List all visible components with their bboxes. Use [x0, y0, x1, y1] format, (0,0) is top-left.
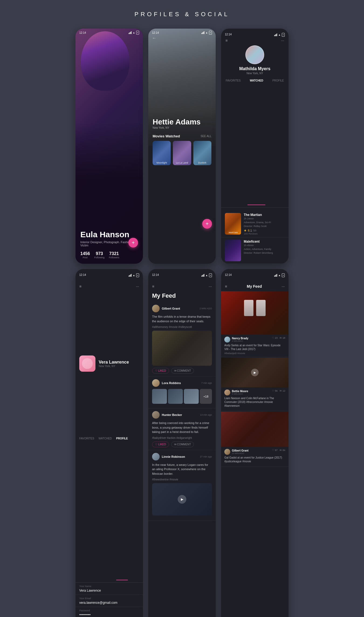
- eula-name: Eula Hanson: [80, 230, 138, 239]
- movie-thumb-label-moonlight: Moonlight: [153, 161, 171, 164]
- signal-icon-6: [274, 274, 277, 277]
- movie-thumb-dunkirk[interactable]: Dunkirk: [193, 141, 211, 165]
- play-button-commuter[interactable]: ▶: [251, 369, 259, 376]
- dots-icon-vera[interactable]: ···: [136, 284, 139, 289]
- dots-icon-mathilda[interactable]: ···: [281, 38, 284, 43]
- movie-item-martian[interactable]: :MARTIAN The Martian 2h 24min Adventure,…: [221, 211, 289, 238]
- tab-vera-favorites[interactable]: FAVORITES: [79, 437, 94, 580]
- nancy-post-header: Nancy Brady 2 MIN AGO ♡ 23 ✉ 18: [224, 337, 285, 343]
- movie-thumb-moonlight[interactable]: Moonlight: [153, 141, 171, 165]
- like-button-1[interactable]: ♡ LIKED: [152, 368, 169, 374]
- feed-visual-post-3: Gilbert Grant 13 MIN AGO ♡ 97 ✉ 84 Gal G…: [221, 412, 289, 467]
- see-all-button[interactable]: SEE ALL: [201, 135, 211, 138]
- post-big-image-4: ▶: [152, 483, 212, 516]
- post-header-1: Gilbert Grant 2 MIN AGO: [152, 305, 212, 312]
- feed-post-1: Gilbert Grant 2 MIN AGO The film unfolds…: [148, 302, 216, 377]
- post-image-1: [152, 331, 212, 366]
- status-time-2: 12:14: [152, 31, 159, 34]
- feed-post-3: Hunter Becker 13 min ago After being coe…: [148, 408, 216, 450]
- wifi-icon-2: ▲: [205, 31, 208, 34]
- post-tags-1: #allthemoney #movie #ridleyscott: [152, 326, 212, 328]
- vera-profile: Vera Lawrence New York, NY: [75, 291, 143, 437]
- user-name-linnie: Linnie Robinson: [162, 455, 185, 458]
- battery-icon-3: ▪: [282, 33, 285, 37]
- status-bar-2: 12:14 ▲ ▪: [148, 29, 216, 36]
- nancy-time: 2 MIN AGO: [232, 340, 248, 342]
- tab-vera-watched[interactable]: WATCHED: [98, 437, 112, 580]
- comment-button-1[interactable]: ✉ COMMENT: [171, 368, 194, 374]
- vera-name: Vera Lawrence: [99, 360, 129, 365]
- hamburger-icon-mathilda[interactable]: ≡: [225, 38, 228, 43]
- field-name: Your Name Vera Lawrence: [75, 583, 143, 595]
- post-img-more[interactable]: +18: [200, 389, 212, 404]
- gilbert2-time: 13 MIN AGO: [232, 452, 249, 455]
- post-user-1: Gilbert Grant: [152, 305, 180, 312]
- stat-followers: 7321 Followers: [109, 251, 119, 259]
- movie-item-maleficent[interactable]: Maleficent 1h 45min Action, Adventure, F…: [221, 238, 289, 264]
- bettie-name-area: Bettie Moore 6 MIN AGO: [232, 390, 248, 395]
- movie-thumb-laland[interactable]: La La Land: [173, 141, 191, 165]
- hamburger-icon-6[interactable]: ≡: [225, 284, 227, 289]
- battery-icon-5: ▪: [209, 273, 212, 277]
- martian-info: The Martian 2h 24min Adventure, Drama, S…: [244, 213, 285, 235]
- tab-favorites[interactable]: FAVORITES: [224, 78, 243, 205]
- field-name-label: Your Name: [79, 585, 139, 588]
- field-name-value[interactable]: Vera Lawrence: [79, 589, 139, 592]
- field-email-value[interactable]: vera.lawrence@gmail.com: [79, 601, 139, 605]
- field-password-value[interactable]: ••••••••••: [79, 613, 139, 617]
- status-icons-6: ▲ ▪: [274, 273, 285, 277]
- bettie-stats: ♡ 56 ✉ 12: [272, 389, 285, 395]
- nancy-post-section: Nancy Brady 2 MIN AGO ♡ 23 ✉ 18 Andy Ser…: [221, 334, 289, 357]
- post-tags-4: #thewolverine #movie: [152, 478, 212, 481]
- feed-visual-post-1: Nancy Brady 2 MIN AGO ♡ 23 ✉ 18 Andy Ser…: [221, 291, 289, 357]
- hamburger-icon-feed[interactable]: ≡: [152, 284, 154, 289]
- hettie-location: New York, NY: [153, 126, 201, 129]
- gilbert2-user: Gilbert Grant 13 MIN AGO: [224, 449, 249, 455]
- tab-vera-profile[interactable]: PROFILE: [116, 437, 128, 580]
- gilbert2-stats: ♡ 97 ✉ 84: [272, 449, 285, 455]
- field-email: Your Email vera.lawrence@gmail.com: [75, 595, 143, 607]
- gilbert2-post-header: Gilbert Grant 13 MIN AGO ♡ 97 ✉ 84: [224, 449, 285, 455]
- maleficent-duration: 1h 45min: [244, 244, 285, 247]
- fab-button-eula[interactable]: +: [128, 238, 138, 248]
- post-time-2: 7 min ago: [201, 382, 212, 384]
- status-time-5: 12:14: [152, 273, 159, 277]
- post-img-2: [168, 389, 183, 404]
- tab-watched[interactable]: WATCHED: [248, 78, 265, 205]
- gilbert2-name: Gilbert Grant: [232, 449, 249, 452]
- post-text-1: The film unfolds in a tense drama that k…: [152, 314, 212, 323]
- wifi-icon-5: ▲: [205, 274, 208, 277]
- avatar-lora: [152, 379, 160, 387]
- post-img-1: [152, 389, 167, 404]
- avatar-gilbert: [152, 305, 160, 312]
- maleficent-title: Maleficent: [244, 240, 285, 243]
- dots-icon-6[interactable]: ···: [281, 284, 285, 289]
- stat-followers-num: 7321: [109, 251, 119, 256]
- stat-followers-label: Followers: [109, 256, 119, 259]
- hamburger-icon-vera[interactable]: ≡: [79, 284, 81, 289]
- like-button-3[interactable]: ♡ LIKED: [152, 442, 169, 447]
- nancy-avatar: [224, 337, 230, 343]
- movies-section: Movies Watched SEE ALL Moonlight La La L…: [148, 134, 216, 264]
- nancy-comments: ✉ 18: [280, 337, 285, 343]
- mathilda-avatar-area: Mathilda Myers New York, NY: [221, 45, 289, 78]
- stormtroopers-image: [221, 291, 289, 334]
- play-button-4[interactable]: ▶: [178, 495, 186, 504]
- status-icons-3: ▲ ▪: [274, 33, 285, 37]
- martian-poster: :MARTIAN: [225, 213, 241, 235]
- maleficent-poster: [225, 240, 241, 261]
- post-tags-3: #babydriver #action #edgarwright: [152, 436, 212, 439]
- martian-director: Director: Ridley Scott: [244, 225, 285, 228]
- dots-icon-feed[interactable]: ···: [209, 284, 212, 289]
- wifi-icon-6: ▲: [278, 274, 281, 277]
- post-header-2: Lora Robbins 7 min ago: [152, 379, 212, 387]
- movie-thumb-label-laland: La La Land: [173, 161, 191, 164]
- comment-button-3[interactable]: ✉ COMMENT: [171, 442, 194, 447]
- tab-profile[interactable]: PROFILE: [270, 78, 286, 205]
- stat-posts: 1456 Post: [80, 251, 90, 259]
- post-header-4: Linnie Robinson 27 min ago: [152, 453, 212, 460]
- feed-post-4: Linnie Robinson 27 min ago In the near f…: [148, 450, 216, 521]
- back-icon-hettie[interactable]: ←: [152, 36, 156, 40]
- phone-vera: 12:14 ▲ ▪ ≡ ··· Vera Lawrence New York, …: [75, 269, 143, 617]
- feed-post-2: Lora Robbins 7 min ago +18: [148, 377, 216, 408]
